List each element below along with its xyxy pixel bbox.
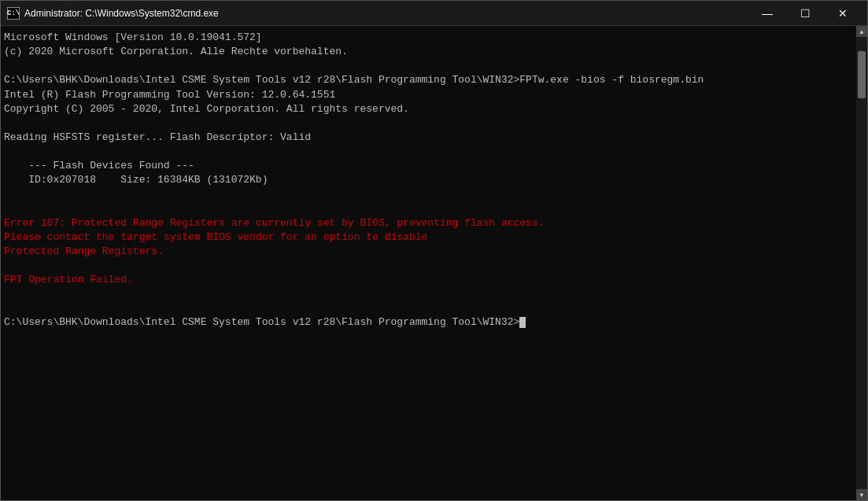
terminal-line: Reading HSFSTS register... Flash Descrip… <box>4 131 853 145</box>
cmd-icon: C:\ <box>7 7 20 20</box>
terminal-line: Microsoft Windows [Version 10.0.19041.57… <box>4 31 853 45</box>
maximize-button[interactable]: ☐ <box>787 1 823 26</box>
terminal-empty-line <box>4 287 853 301</box>
terminal-line: Intel (R) Flash Programming Tool Version… <box>4 88 853 102</box>
scrollbar-thumb[interactable] <box>858 51 866 98</box>
terminal-line: Please contact the target system BIOS ve… <box>4 230 853 245</box>
window: C:\ Administrator: C:\Windows\System32\c… <box>0 0 868 501</box>
title-bar: C:\ Administrator: C:\Windows\System32\c… <box>1 1 867 26</box>
terminal-line: C:\Users\BHK\Downloads\Intel CSME System… <box>4 73 853 87</box>
minimize-button[interactable]: — <box>749 1 785 26</box>
terminal-line: Copyright (C) 2005 - 2020, Intel Corpora… <box>4 102 853 116</box>
terminal-empty-line <box>4 301 853 315</box>
terminal-line: (c) 2020 Microsoft Corporation. Alle Rec… <box>4 45 853 59</box>
terminal-empty-line <box>4 202 853 216</box>
terminal-empty-line <box>4 188 853 202</box>
content-area: Microsoft Windows [Version 10.0.19041.57… <box>1 26 867 500</box>
terminal-empty-line <box>4 116 853 131</box>
terminal-empty-line <box>4 59 853 73</box>
terminal[interactable]: Microsoft Windows [Version 10.0.19041.57… <box>1 26 856 500</box>
scroll-up-button[interactable]: ▲ <box>856 26 867 37</box>
terminal-line: --- Flash Devices Found --- <box>4 159 853 173</box>
window-title: Administrator: C:\Windows\System32\cmd.e… <box>24 8 219 19</box>
terminal-line: C:\Users\BHK\Downloads\Intel CSME System… <box>4 315 853 330</box>
close-button[interactable]: ✕ <box>825 1 861 26</box>
title-bar-left: C:\ Administrator: C:\Windows\System32\c… <box>7 7 219 20</box>
terminal-line: Protected Range Registers. <box>4 245 853 259</box>
terminal-empty-line <box>4 145 853 159</box>
terminal-line: FPT Operation Failed. <box>4 273 853 287</box>
terminal-cursor <box>519 317 526 328</box>
terminal-line: ID:0x207018 Size: 16384KB (131072Kb) <box>4 173 853 187</box>
title-bar-controls: — ☐ ✕ <box>749 1 861 26</box>
terminal-empty-line <box>4 259 853 273</box>
scroll-down-button[interactable]: ▼ <box>856 489 867 500</box>
terminal-line: Error 167: Protected Range Registers are… <box>4 216 853 230</box>
scrollbar[interactable]: ▲ ▼ <box>856 26 867 500</box>
